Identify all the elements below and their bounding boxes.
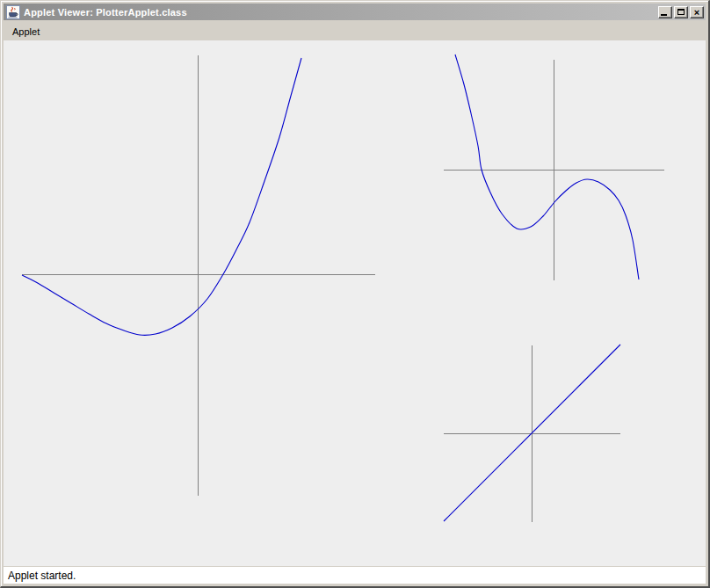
close-button[interactable]: × (690, 6, 704, 18)
minimize-button[interactable] (658, 6, 672, 18)
statusbar: Applet started. (4, 566, 706, 584)
java-cup-icon (6, 5, 20, 19)
maximize-button[interactable] (674, 6, 688, 18)
menubar: Applet (4, 22, 706, 40)
menu-applet[interactable]: Applet (7, 25, 45, 39)
applet-viewer-window: Applet Viewer: PlotterApplet.class × App… (0, 0, 710, 588)
maximize-icon (677, 9, 685, 15)
close-icon: × (694, 8, 699, 17)
titlebar[interactable]: Applet Viewer: PlotterApplet.class × (4, 4, 706, 20)
window-title: Applet Viewer: PlotterApplet.class (24, 7, 187, 18)
status-text: Applet started. (8, 570, 76, 582)
minimize-icon (661, 14, 667, 16)
applet-canvas (4, 40, 706, 566)
window-controls: × (658, 6, 704, 18)
